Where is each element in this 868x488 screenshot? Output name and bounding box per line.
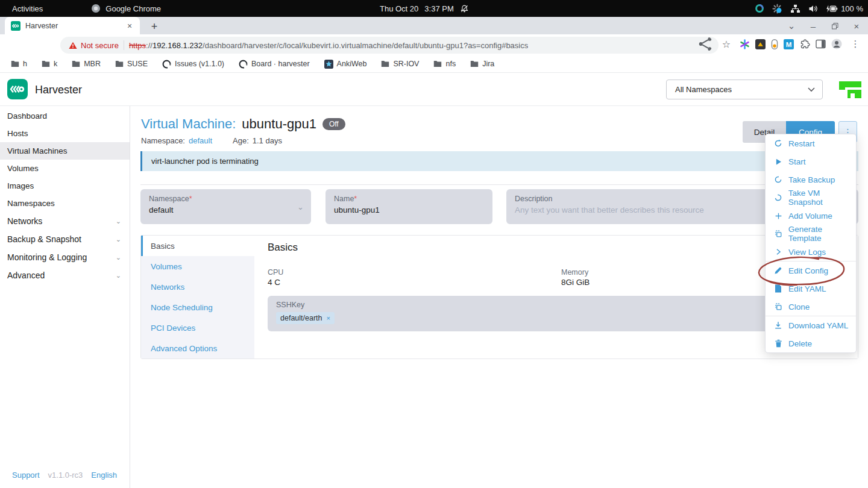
svg-text:M: M: [786, 40, 792, 48]
namespace-field-value: default: [149, 205, 303, 214]
menu-item-edit-yaml[interactable]: Edit YAML: [766, 280, 856, 298]
sidebar-group-advanced[interactable]: Advanced⌄: [0, 266, 130, 284]
menu-item-generate-template[interactable]: Generate Template: [766, 225, 856, 243]
tab-basics[interactable]: Basics: [141, 236, 254, 256]
address-bar[interactable]: Not secure https://192.168.1.232/dashboa…: [60, 37, 719, 54]
menu-item-delete[interactable]: Delete: [766, 334, 856, 352]
sidebar-item-images[interactable]: Images: [0, 177, 130, 195]
sidebar-group-backup-snapshot[interactable]: Backup & Snapshot⌄: [0, 230, 130, 248]
sidebar-group-networks[interactable]: Networks⌄: [0, 212, 130, 230]
download-icon: [773, 321, 783, 330]
sidebar-item-volumes[interactable]: Volumes: [0, 160, 130, 177]
bookmark-item[interactable]: SUSE: [115, 60, 148, 68]
menu-item-view-logs[interactable]: View Logs: [766, 243, 856, 261]
not-secure-warning[interactable]: Not secure: [69, 41, 119, 50]
sidebar-item-hosts[interactable]: Hosts: [0, 125, 130, 142]
ring-indicator-icon: [755, 4, 764, 13]
tab-networks[interactable]: Networks: [141, 277, 254, 297]
extension-m-icon[interactable]: M: [784, 39, 794, 49]
menu-item-take-backup[interactable]: Take Backup: [766, 170, 856, 189]
remove-tag-icon[interactable]: ×: [327, 314, 330, 322]
clock[interactable]: Thu Oct 20 3:37 PM: [380, 0, 469, 17]
window-close-button[interactable]: ×: [849, 18, 864, 34]
cpu-field: CPU 4 C: [268, 268, 283, 287]
new-tab-button[interactable]: +: [147, 19, 162, 34]
bookmark-item[interactable]: nfs: [433, 60, 456, 68]
age-value: 1.1 days: [253, 136, 282, 145]
trash-icon: [773, 339, 783, 348]
menu-item-download-yaml[interactable]: Download YAML: [766, 316, 856, 334]
tab-close-icon[interactable]: ×: [124, 20, 135, 31]
window-minimize-button[interactable]: –: [805, 18, 821, 34]
app-brand-title: Harvester: [35, 84, 82, 96]
sidebar-item-dashboard[interactable]: Dashboard: [0, 107, 130, 125]
extensions-puzzle-icon[interactable]: [799, 39, 810, 49]
folder-icon: [72, 60, 80, 67]
template-icon: [773, 229, 783, 239]
file-icon: [773, 284, 783, 293]
tab-advanced-options[interactable]: Advanced Options: [141, 338, 254, 358]
chevron-down-icon: ⌄: [116, 217, 121, 225]
menu-item-edit-config[interactable]: Edit Config: [766, 261, 856, 280]
menu-item-clone[interactable]: Clone: [766, 298, 856, 316]
pencil-icon: [773, 266, 783, 275]
warning-triangle-icon: [69, 42, 77, 49]
sidebar-item-namespaces[interactable]: Namespaces: [0, 195, 130, 212]
sidebar-group-monitoring-logging[interactable]: Monitoring & Logging⌄: [0, 248, 130, 266]
harvester-logo[interactable]: [7, 79, 28, 99]
browser-menu-icon[interactable]: ⋮: [848, 36, 863, 52]
bookmark-item[interactable]: MBR: [72, 60, 101, 68]
support-link[interactable]: Support: [12, 471, 40, 480]
config-tabs-panel: Basics Volumes Networks Node Scheduling …: [140, 235, 858, 359]
bookmark-item[interactable]: Jira: [470, 60, 494, 68]
sidebar-item-virtual-machines[interactable]: Virtual Machines: [0, 142, 130, 160]
bookmarks-bar: h k MBR SUSE Issues (v1.1.0) Board · har…: [0, 55, 868, 73]
side-panel-icon[interactable]: [816, 39, 826, 49]
chrome-app-icon: [91, 4, 101, 13]
bookmark-star-icon[interactable]: ☆: [719, 36, 734, 52]
browser-tab[interactable]: Harvester ×: [5, 17, 140, 34]
menu-item-take-vm-snapshot[interactable]: Take VM Snapshot: [766, 189, 856, 207]
bookmark-item[interactable]: Issues (v1.1.0): [162, 60, 224, 69]
extension-dark-icon[interactable]: [755, 39, 766, 49]
url-text: https://192.168.1.232/dashboard/harveste…: [129, 41, 528, 50]
tab-node-scheduling[interactable]: Node Scheduling: [141, 297, 254, 318]
divider: [140, 184, 858, 185]
extension-oval-icon[interactable]: [771, 39, 778, 49]
menu-item-add-volume[interactable]: Add Volume: [766, 207, 856, 225]
activities-button[interactable]: Activities: [12, 4, 43, 13]
share-icon[interactable]: [697, 36, 713, 52]
bookmark-item[interactable]: Board · harvester: [239, 60, 310, 69]
language-link[interactable]: English: [91, 471, 117, 480]
namespace-filter-select[interactable]: All Namespaces: [666, 80, 823, 99]
name-field: Name* ubuntu-gpu1: [326, 189, 492, 224]
folder-icon: [11, 60, 19, 67]
battery-charging-icon: [826, 4, 838, 13]
namespace-label: Namespace:: [141, 136, 185, 145]
extension-asterisk-icon[interactable]: [740, 39, 750, 49]
resource-type-link[interactable]: Virtual Machine:: [141, 116, 236, 132]
required-asterisk: *: [354, 195, 357, 203]
window-restore-button[interactable]: [827, 18, 843, 34]
bookmark-item[interactable]: h: [11, 60, 27, 68]
chevron-down-icon: ⌄: [116, 236, 121, 243]
profile-avatar[interactable]: [831, 39, 842, 49]
network-icon: [790, 4, 800, 13]
bookmark-item[interactable]: k: [42, 60, 57, 68]
menu-item-restart[interactable]: Restart: [766, 134, 856, 152]
vertical-tab-list: Basics Volumes Networks Node Scheduling …: [141, 236, 254, 358]
harvester-logo-icon: [8, 80, 27, 98]
menu-item-start[interactable]: Start: [766, 152, 856, 170]
bookmark-item[interactable]: SR-IOV: [381, 60, 419, 68]
vm-actions-menu: Restart Start Take Backup Take VM Snapsh…: [765, 134, 857, 353]
namespace-link[interactable]: default: [189, 136, 212, 145]
focused-app-indicator[interactable]: Google Chrome: [91, 0, 161, 17]
omnibox-separator: [124, 40, 124, 50]
snapshot-icon: [773, 193, 783, 202]
bookmark-item[interactable]: AnkiWeb: [324, 60, 367, 69]
sshkey-field[interactable]: SSHKey default/earth ×: [268, 296, 850, 331]
system-tray[interactable]: 100 %: [755, 0, 863, 17]
tab-volumes[interactable]: Volumes: [141, 256, 254, 277]
tab-pci-devices[interactable]: PCI Devices: [141, 318, 254, 338]
tab-search-chevron-icon[interactable]: ⌄: [784, 18, 799, 34]
